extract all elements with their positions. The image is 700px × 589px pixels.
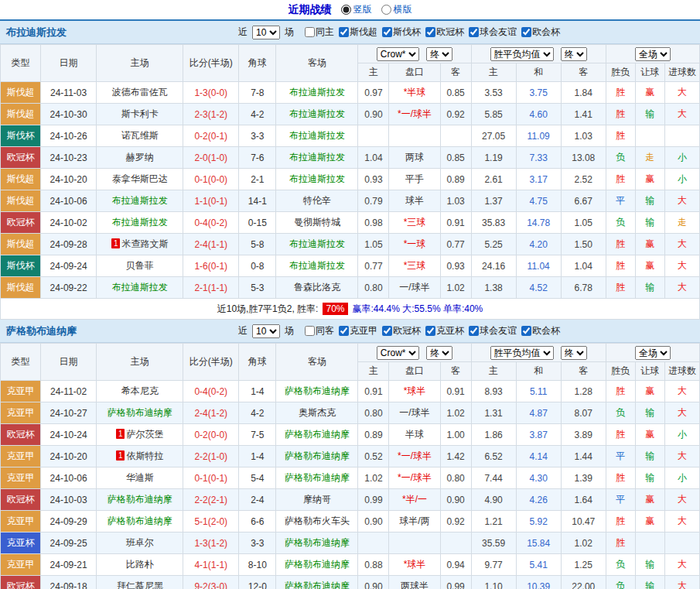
odds-type-select[interactable]: 胜平负均值 [490,346,554,360]
match-score: 1-3(0-0) [183,82,239,104]
league-filter-checkbox[interactable] [425,27,435,37]
league-filter[interactable]: 斯伐杯 [382,26,421,39]
away-team-link[interactable]: 萨格勒布火车头 [285,515,350,526]
away-team-link[interactable]: 萨格勒布迪纳摩 [285,450,350,461]
away-team-link[interactable]: 萨格勒布迪纳摩 [285,580,350,589]
same-venue-filter[interactable]: 同客 [305,324,334,337]
handicap-away-odds: 0.99 [440,576,471,589]
result-handicap: 输 [635,576,664,589]
away-team-link[interactable]: 萨格勒布迪纳摩 [285,537,350,548]
final-select[interactable]: 终 [426,47,452,61]
halftime-score: (0-0) [208,430,227,440]
league-filter-checkbox[interactable] [425,326,435,336]
col-handicap-line: 盘口 [389,63,440,82]
league-filter[interactable]: 欧会杯 [521,26,560,39]
away-team-link[interactable]: 布拉迪斯拉发 [289,87,345,98]
away-team-link[interactable]: 布拉迪斯拉发 [289,238,345,249]
col-euro-draw: 和 [516,362,561,381]
league-filter-checkbox[interactable] [339,326,349,336]
away-team-link[interactable]: 布拉迪斯拉发 [289,152,345,163]
home-team-link[interactable]: 萨尔茨堡 [126,429,163,440]
home-team-link[interactable]: 萨格勒布迪纳摩 [108,494,172,505]
league-filter[interactable]: 球会友谊 [469,324,517,337]
euro-home-odds: 5.85 [471,104,516,125]
home-team-link[interactable]: 赫罗纳 [126,152,154,163]
final-select[interactable]: 终 [426,346,452,360]
match-count-select[interactable]: 10 [252,324,280,338]
team-name[interactable]: 布拉迪斯拉发 [6,26,238,39]
away-team-link[interactable]: 鲁森比洛克 [294,282,340,293]
home-team-link[interactable]: 米查路文斯 [121,238,168,249]
final-select-2[interactable]: 终 [561,47,587,61]
league-filter-checkbox[interactable] [469,326,479,336]
league-filter-checkbox[interactable] [521,27,531,37]
home-team-link[interactable]: 萨格勒布迪纳摩 [108,407,172,418]
home-team-link[interactable]: 依斯特拉 [126,450,163,461]
away-team-link[interactable]: 曼彻斯特城 [294,217,340,228]
league-filter-checkbox[interactable] [521,326,531,336]
home-team-link[interactable]: 布拉迪斯拉发 [112,282,168,293]
home-team-link[interactable]: 拜仁慕尼黑 [117,580,163,589]
league-type-badge: 欧冠杯 [1,576,41,589]
league-filter-checkbox[interactable] [469,27,479,37]
company-select[interactable]: Crow* [377,346,419,360]
horizontal-radio[interactable] [381,5,391,15]
home-team-link[interactable]: 布拉迪斯拉发 [112,217,168,228]
home-team-link[interactable]: 萨格勒布迪纳摩 [108,515,172,526]
team-name[interactable]: 萨格勒布迪纳摩 [6,324,238,338]
home-team-cell: 1米查路文斯 [97,234,183,255]
league-filter[interactable]: 欧冠杯 [382,324,421,337]
league-filter[interactable]: 克亚甲 [339,324,377,337]
away-team-link[interactable]: 布拉迪斯拉发 [289,130,345,141]
league-filter-checkbox[interactable] [339,27,349,37]
match-score: 2-3(1-2) [183,104,239,125]
home-team-link[interactable]: 波德布雷佐瓦 [112,87,168,98]
league-filter[interactable]: 欧冠杯 [425,26,464,39]
odds-type-select[interactable]: 胜平负均值 [490,47,554,61]
away-team-link[interactable]: 布拉迪斯拉发 [289,108,345,119]
fulltime-score: 4-1 [194,560,207,570]
same-venue-filter-checkbox[interactable] [305,326,315,336]
home-team-link[interactable]: 斯卡利卡 [121,108,159,119]
same-venue-filter-checkbox[interactable] [305,27,315,37]
home-team-link[interactable]: 比路朴 [126,559,154,570]
vertical-radio[interactable] [341,5,351,15]
home-team-link[interactable]: 布拉迪斯拉发 [112,195,168,206]
euro-draw-odds: 4.20 [516,234,561,255]
league-type-badge: 克亚甲 [1,554,41,576]
home-team-link[interactable]: 贝鲁菲 [126,260,154,271]
home-team-link[interactable]: 泰拿华斯巴达 [112,173,168,184]
away-team-link[interactable]: 布拉迪斯拉发 [289,260,345,271]
league-filter-checkbox[interactable] [382,27,392,37]
layout-option-horizontal[interactable]: 横版 [381,3,412,16]
league-filter[interactable]: 球会友谊 [469,26,517,39]
league-filter-checkbox[interactable] [382,326,392,336]
away-team-link[interactable]: 萨格勒布迪纳摩 [285,385,350,396]
away-team-link[interactable]: 萨格勒布迪纳摩 [285,472,350,483]
match-date: 24-09-21 [41,554,97,576]
company-select[interactable]: Crow* [377,47,419,61]
away-team-link[interactable]: 萨格勒布迪纳摩 [285,429,350,440]
away-team-link[interactable]: 特伦辛 [303,195,331,206]
scope-select[interactable]: 全场 [635,47,671,61]
home-team-link[interactable]: 诺瓦维斯 [121,130,159,141]
layout-option-vertical[interactable]: 竖版 [341,3,372,16]
euro-away-odds: 13.08 [561,147,606,169]
league-filter[interactable]: 斯伐超 [339,26,377,39]
match-count-select[interactable]: 10 [252,26,280,39]
home-team-link[interactable]: 班卓尔 [126,537,154,548]
halftime-score: (1-1) [208,283,227,293]
final-select-2[interactable]: 终 [561,346,587,360]
away-team-cell: 布拉迪斯拉发 [276,234,358,255]
away-team-link[interactable]: 布拉迪斯拉发 [289,173,345,184]
same-venue-filter[interactable]: 同主 [305,26,334,39]
league-filter[interactable]: 欧会杯 [521,324,560,337]
home-team-link[interactable]: 希本尼克 [121,385,159,396]
result-handicap: 输 [635,402,664,424]
home-team-link[interactable]: 华迪斯 [126,472,154,483]
away-team-link[interactable]: 奥斯杰克 [299,407,336,418]
away-team-link[interactable]: 摩纳哥 [303,494,331,505]
away-team-link[interactable]: 萨格勒布迪纳摩 [285,559,350,570]
league-filter[interactable]: 克亚杯 [425,324,464,337]
scope-select[interactable]: 全场 [635,346,671,360]
